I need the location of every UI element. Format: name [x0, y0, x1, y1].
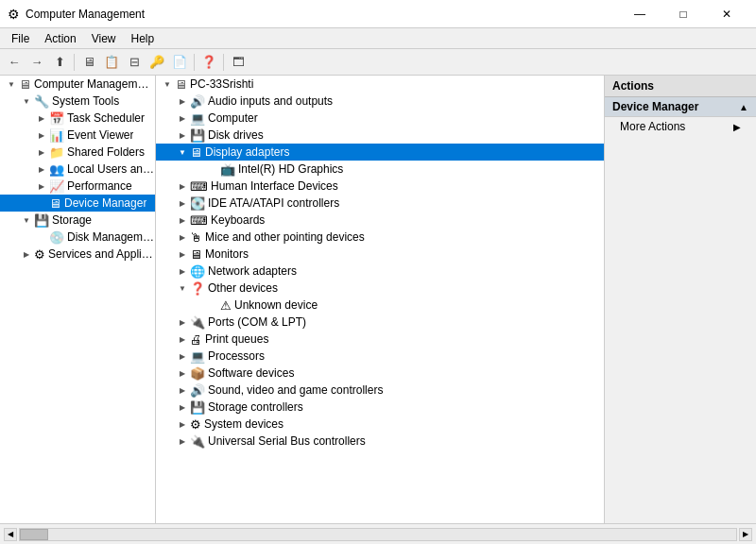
- expand-mice[interactable]: ▶: [175, 230, 190, 245]
- left-tree-devicemanager[interactable]: 🖥 Device Manager: [0, 195, 155, 212]
- toolbar-btn5[interactable]: 📄: [169, 52, 190, 73]
- monitors-label: Monitors: [205, 247, 249, 261]
- expand-systemdevices[interactable]: ▶: [175, 416, 190, 432]
- expand-otherdevices[interactable]: ▼: [175, 280, 190, 296]
- mid-tree-ports[interactable]: ▶ 🔌 Ports (COM & LPT): [156, 314, 604, 331]
- expand-displayadapters[interactable]: ▼: [175, 144, 190, 160]
- left-tree-services[interactable]: ▶ ⚙ Services and Applications: [0, 246, 155, 263]
- left-tree-localusers[interactable]: ▶ 👥 Local Users and Groups: [0, 161, 155, 178]
- actions-section-toggle[interactable]: ▲: [739, 102, 748, 112]
- expand-root[interactable]: ▼: [4, 76, 19, 92]
- performance-label: Performance: [67, 179, 132, 193]
- menu-view[interactable]: View: [84, 30, 124, 47]
- expand-keyboards[interactable]: ▶: [175, 212, 190, 228]
- left-tree-diskmgmt[interactable]: 💿 Disk Management: [0, 229, 155, 246]
- left-tree-storage[interactable]: ▼ 💾 Storage: [0, 212, 155, 229]
- toolbar-help[interactable]: ❓: [198, 52, 219, 73]
- mid-tree-unknowndevice[interactable]: ⚠ Unknown device: [156, 297, 604, 314]
- softwaredevices-icon: 📦: [190, 366, 205, 381]
- expand-systemtools[interactable]: ▼: [19, 94, 34, 109]
- horizontal-scrollbar[interactable]: [19, 528, 737, 541]
- menu-file[interactable]: File: [4, 30, 37, 47]
- expand-softwaredevices[interactable]: ▶: [175, 366, 190, 381]
- mid-tree-diskdrives[interactable]: ▶ 💾 Disk drives: [156, 127, 604, 144]
- mid-tree-keyboards[interactable]: ▶ ⌨ Keyboards: [156, 212, 604, 229]
- expand-diskdrives[interactable]: ▶: [175, 128, 190, 143]
- scroll-right[interactable]: ▶: [739, 528, 752, 541]
- mid-tree-monitors[interactable]: ▶ 🖥 Monitors: [156, 246, 604, 263]
- mid-tree-displayadapters[interactable]: ▼ 🖥 Display adapters: [156, 144, 604, 161]
- expand-usb[interactable]: ▶: [175, 434, 190, 449]
- expand-intelhd[interactable]: [205, 162, 220, 177]
- mid-tree-networkadapters[interactable]: ▶ 🌐 Network adapters: [156, 263, 604, 280]
- expand-audio[interactable]: ▶: [175, 94, 190, 109]
- left-tree-sharedfolders[interactable]: ▶ 📁 Shared Folders: [0, 144, 155, 161]
- left-tree-taskscheduler[interactable]: ▶ 📅 Task Scheduler: [0, 110, 155, 127]
- mid-tree-otherdevices[interactable]: ▼ ❓ Other devices: [156, 280, 604, 297]
- expand-humaninterface[interactable]: ▶: [175, 178, 190, 194]
- mid-tree-ideata[interactable]: ▶ 💽 IDE ATA/ATAPI controllers: [156, 195, 604, 212]
- expand-soundvideo[interactable]: ▶: [175, 382, 190, 398]
- menu-action[interactable]: Action: [37, 30, 83, 47]
- expand-pc[interactable]: ▼: [160, 76, 175, 92]
- systemdevices-icon: ⚙: [190, 417, 201, 432]
- expand-monitors[interactable]: ▶: [175, 246, 190, 262]
- actions-section-label: Device Manager: [612, 100, 698, 113]
- actions-more[interactable]: More Actions ▶: [605, 117, 756, 136]
- toolbar-up[interactable]: ⬆: [49, 52, 70, 73]
- mid-tree-mice[interactable]: ▶ 🖱 Mice and other pointing devices: [156, 229, 604, 246]
- toolbar-forward[interactable]: →: [26, 52, 47, 73]
- mid-tree-computer[interactable]: ▶ 💻 Computer: [156, 110, 604, 127]
- mid-tree-processors[interactable]: ▶ 💻 Processors: [156, 348, 604, 365]
- mid-tree-audio[interactable]: ▶ 🔊 Audio inputs and outputs: [156, 93, 604, 110]
- expand-services[interactable]: ▶: [19, 246, 34, 262]
- maximize-button[interactable]: □: [662, 0, 705, 28]
- mid-tree-soundvideo[interactable]: ▶ 🔊 Sound, video and game controllers: [156, 382, 604, 399]
- left-tree-performance[interactable]: ▶ 📈 Performance: [0, 178, 155, 195]
- mid-tree-storagecontrollers[interactable]: ▶ 💾 Storage controllers: [156, 399, 604, 416]
- expand-diskmgmt[interactable]: [34, 230, 49, 245]
- minimize-button[interactable]: —: [618, 0, 662, 28]
- expand-taskscheduler[interactable]: ▶: [34, 110, 49, 126]
- toolbar-extra[interactable]: 🗔: [228, 52, 249, 73]
- expand-computer[interactable]: ▶: [175, 110, 190, 126]
- menu-help[interactable]: Help: [124, 30, 163, 47]
- expand-unknowndevice[interactable]: [205, 298, 220, 313]
- ports-label: Ports (COM & LPT): [208, 315, 306, 329]
- mid-tree-systemdevices[interactable]: ▶ ⚙ System devices: [156, 416, 604, 433]
- mid-tree-softwaredevices[interactable]: ▶ 📦 Software devices: [156, 365, 604, 382]
- expand-processors[interactable]: ▶: [175, 348, 190, 364]
- mid-tree-humaninterface[interactable]: ▶ ⌨ Human Interface Devices: [156, 178, 604, 195]
- mid-tree-intelhd[interactable]: 📺 Intel(R) HD Graphics: [156, 161, 604, 178]
- audio-label: Audio inputs and outputs: [208, 94, 333, 108]
- left-tree-root[interactable]: ▼ 🖥 Computer Management (Local: [0, 76, 155, 93]
- expand-ideata[interactable]: ▶: [175, 196, 190, 211]
- toolbar-back[interactable]: ←: [4, 52, 25, 73]
- storagecontrollers-icon: 💾: [190, 400, 205, 415]
- expand-performance[interactable]: ▶: [34, 178, 49, 194]
- expand-storage[interactable]: ▼: [19, 212, 34, 228]
- expand-devicemanager[interactable]: [34, 196, 49, 211]
- expand-eventviewer[interactable]: ▶: [34, 128, 49, 143]
- expand-storagecontrollers[interactable]: ▶: [175, 400, 190, 415]
- close-button[interactable]: ✕: [705, 0, 748, 28]
- mid-tree-usb[interactable]: ▶ 🔌 Universal Serial Bus controllers: [156, 433, 604, 450]
- mid-tree-pc[interactable]: ▼ 🖥 PC-33Srishti: [156, 76, 604, 93]
- expand-printqueues[interactable]: ▶: [175, 332, 190, 347]
- scrollbar-thumb: [20, 529, 48, 540]
- toolbar-btn1[interactable]: 🖥: [78, 52, 99, 73]
- actions-section-devicemanager[interactable]: Device Manager ▲: [605, 97, 756, 117]
- scroll-left[interactable]: ◀: [4, 528, 17, 541]
- left-tree-systemtools[interactable]: ▼ 🔧 System Tools: [0, 93, 155, 110]
- expand-networkadapters[interactable]: ▶: [175, 264, 190, 279]
- mid-tree-printqueues[interactable]: ▶ 🖨 Print queues: [156, 331, 604, 348]
- expand-sharedfolders[interactable]: ▶: [34, 144, 49, 160]
- toolbar-btn3[interactable]: ⊟: [124, 52, 145, 73]
- expand-ports[interactable]: ▶: [175, 314, 190, 330]
- expand-localusers[interactable]: ▶: [34, 162, 49, 177]
- toolbar-btn4[interactable]: 🔑: [146, 52, 167, 73]
- left-tree-eventviewer[interactable]: ▶ 📊 Event Viewer: [0, 127, 155, 144]
- window-title: Computer Management: [26, 8, 145, 21]
- storage-icon: 💾: [34, 213, 49, 228]
- toolbar-btn2[interactable]: 📋: [101, 52, 122, 73]
